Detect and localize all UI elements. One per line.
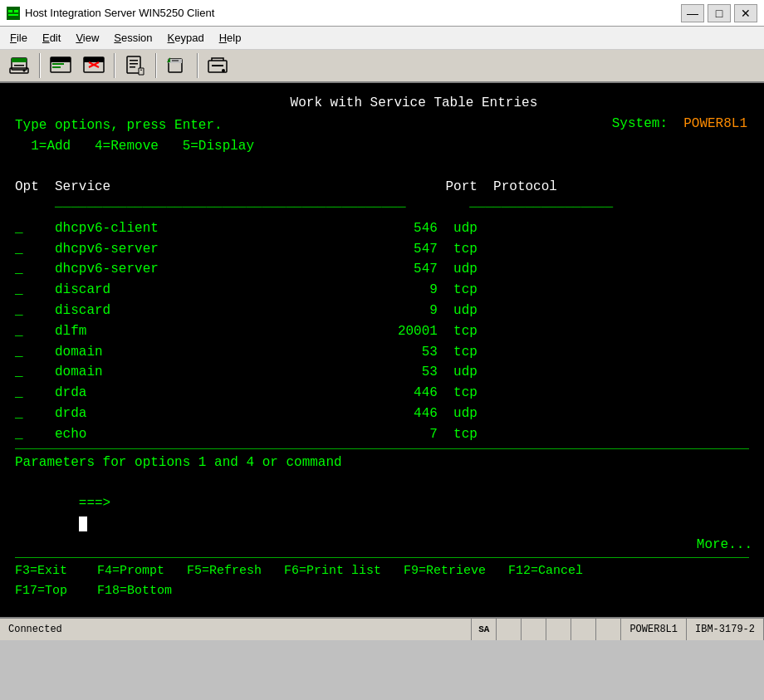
menubar: File Edit View Session Keypad Help	[0, 27, 764, 50]
svg-rect-24	[212, 65, 223, 66]
status-terminal: IBM-3179-2	[687, 619, 764, 640]
svg-rect-14	[84, 57, 104, 62]
status-im4	[596, 619, 621, 640]
app-icon	[7, 7, 20, 20]
svg-point-25	[222, 69, 225, 72]
table-row: _ dlfm 20001 tcp	[15, 321, 749, 342]
svg-rect-1	[8, 10, 12, 12]
toolbar-btn-3[interactable]	[78, 51, 110, 80]
table-row: _ discard 9 tcp	[15, 280, 749, 301]
toolbar-btn-4[interactable]	[120, 51, 151, 80]
toolbar	[0, 50, 764, 83]
svg-rect-12	[52, 66, 61, 68]
status-sa: SA	[472, 619, 497, 640]
titlebar-left: Host Integration Server WIN5250 Client	[7, 7, 214, 20]
terminal[interactable]: Work with Service Table Entries System: …	[0, 83, 764, 617]
menu-keypad[interactable]: Keypad	[161, 29, 211, 47]
toolbar-sep-3	[155, 53, 157, 78]
titlebar: Host Integration Server WIN5250 Client —…	[0, 0, 764, 27]
minimize-button[interactable]: —	[681, 4, 704, 22]
svg-point-8	[23, 70, 26, 72]
statusbar: Connected SA POWER8L1 IBM-3179-2	[0, 617, 764, 640]
status-system: POWER8L1	[621, 619, 687, 640]
toolbar-btn-1[interactable]	[3, 51, 35, 80]
table-row: _ discard 9 udp	[15, 301, 749, 321]
toolbar-btn-2[interactable]	[45, 51, 76, 80]
menu-help[interactable]: Help	[213, 29, 248, 47]
cursor[interactable]	[79, 516, 87, 531]
svg-rect-0	[7, 7, 20, 20]
window-title: Host Integration Server WIN5250 Client	[25, 7, 214, 19]
status-connected: Connected	[0, 619, 472, 640]
terminal-title: Work with Service Table Entries	[15, 93, 749, 114]
params-line: Parameters for options 1 and 4 or comman…	[15, 453, 749, 473]
status-mw	[497, 619, 522, 640]
svg-rect-3	[8, 14, 18, 16]
more-indicator: More...	[697, 537, 752, 552]
close-button[interactable]: ✕	[734, 4, 757, 22]
system-label: System:	[612, 116, 683, 131]
status-im3	[571, 619, 596, 640]
table-row: _ drda 446 udp	[15, 404, 749, 424]
table-row: _ dhcpv6-client 546 udp	[15, 218, 749, 239]
options-line: 1=Add 4=Remove 5=Display	[15, 136, 749, 157]
svg-rect-5	[12, 58, 27, 62]
toolbar-btn-5[interactable]	[161, 51, 193, 80]
toolbar-btn-6[interactable]	[203, 51, 234, 80]
svg-rect-19	[130, 63, 138, 65]
maximize-button[interactable]: □	[708, 4, 731, 22]
menu-session[interactable]: Session	[107, 29, 159, 47]
table-row: _ drda 446 tcp	[15, 383, 749, 404]
svg-rect-11	[52, 63, 64, 65]
table-row: _ domain 53 tcp	[15, 342, 749, 363]
toolbar-sep-1	[39, 53, 41, 78]
column-headers: Opt Service Port Protocol	[15, 177, 749, 198]
svg-rect-20	[130, 66, 135, 68]
menu-view[interactable]: View	[69, 29, 105, 47]
system-value: POWER8L1	[683, 116, 747, 131]
svg-rect-2	[14, 10, 18, 12]
status-im1	[522, 619, 546, 640]
svg-rect-18	[130, 60, 138, 61]
fkey-line-1: F3=Exit F4=Prompt F5=Refresh F6=Print li…	[15, 561, 749, 581]
table-row: _ domain 53 udp	[15, 362, 749, 383]
table-row: _ dhcpv6-server 547 tcp	[15, 239, 749, 260]
fkey-line-2: F17=Top F18=Bottom	[15, 581, 749, 601]
table-row: _ echo 7 tcp	[15, 424, 749, 445]
status-im2	[546, 619, 571, 640]
blank1	[15, 156, 749, 177]
separator: ────────────────────────────────────────…	[15, 198, 749, 218]
input-line: ===>	[15, 472, 749, 555]
svg-rect-6	[14, 65, 24, 66]
svg-rect-7	[10, 68, 28, 73]
toolbar-sep-4	[197, 53, 198, 78]
table-row: _ dhcpv6-server 547 udp	[15, 259, 749, 280]
titlebar-controls: — □ ✕	[681, 4, 757, 22]
input-prompt: ===>	[79, 496, 110, 511]
svg-rect-10	[51, 57, 71, 62]
menu-edit[interactable]: Edit	[36, 29, 67, 47]
toolbar-sep-2	[114, 53, 115, 78]
data-rows: _ dhcpv6-client 546 udp_ dhcpv6-server 5…	[15, 218, 749, 445]
menu-file[interactable]: File	[3, 29, 34, 47]
